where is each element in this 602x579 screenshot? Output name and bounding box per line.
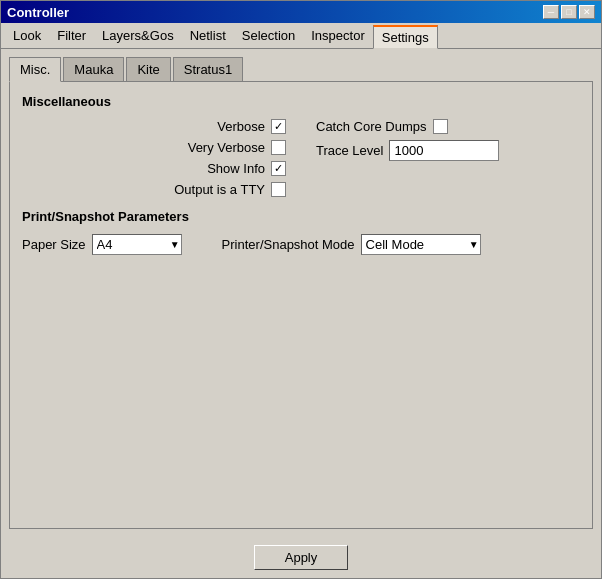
tab-bar: Misc.MaukaKiteStratus1	[9, 57, 593, 82]
menu-item-look[interactable]: Look	[5, 25, 49, 48]
paper-size-wrapper: A4A3LetterLegal ▼	[92, 234, 182, 255]
catch-core-label: Catch Core Dumps	[316, 119, 427, 134]
verbose-checkbox[interactable]	[271, 119, 286, 134]
minimize-button[interactable]: ─	[543, 5, 559, 19]
tab-mauka[interactable]: Mauka	[63, 57, 124, 81]
trace-level-row: Trace Level	[316, 140, 580, 161]
print-section: Paper Size A4A3LetterLegal ▼ Printer/Sna…	[22, 234, 580, 255]
tab-misc[interactable]: Misc.	[9, 57, 61, 82]
menu-item-selection[interactable]: Selection	[234, 25, 303, 48]
verbose-label: Verbose	[217, 119, 265, 134]
apply-button[interactable]: Apply	[254, 545, 349, 570]
output-tty-label: Output is a TTY	[174, 182, 265, 197]
menu-item-layers-gos[interactable]: Layers&Gos	[94, 25, 182, 48]
menu-item-netlist[interactable]: Netlist	[182, 25, 234, 48]
show-info-label: Show Info	[207, 161, 265, 176]
very-verbose-row: Very Verbose	[22, 140, 286, 155]
title-bar: Controller ─ □ ✕	[1, 1, 601, 23]
menu-item-inspector[interactable]: Inspector	[303, 25, 372, 48]
very-verbose-checkbox[interactable]	[271, 140, 286, 155]
printer-mode-wrapper: Cell ModePage ModeFull Mode ▼	[361, 234, 481, 255]
show-info-checkbox[interactable]	[271, 161, 286, 176]
bottom-bar: Apply	[1, 537, 601, 578]
close-button[interactable]: ✕	[579, 5, 595, 19]
very-verbose-label: Very Verbose	[188, 140, 265, 155]
show-info-row: Show Info	[22, 161, 286, 176]
menu-bar: LookFilterLayers&GosNetlistSelectionInsp…	[1, 23, 601, 49]
tab-stratus1[interactable]: Stratus1	[173, 57, 243, 81]
menu-item-settings[interactable]: Settings	[373, 25, 438, 49]
menu-item-filter[interactable]: Filter	[49, 25, 94, 48]
print-section-title: Print/Snapshot Parameters	[22, 209, 580, 224]
main-window: Controller ─ □ ✕ LookFilterLayers&GosNet…	[0, 0, 602, 579]
paper-size-field: Paper Size A4A3LetterLegal ▼	[22, 234, 182, 255]
output-tty-row: Output is a TTY	[22, 182, 286, 197]
catch-core-checkbox[interactable]	[433, 119, 448, 134]
printer-mode-label: Printer/Snapshot Mode	[222, 237, 355, 252]
trace-level-label: Trace Level	[316, 143, 383, 158]
printer-mode-field: Printer/Snapshot Mode Cell ModePage Mode…	[222, 234, 481, 255]
output-tty-checkbox[interactable]	[271, 182, 286, 197]
content-area: Misc.MaukaKiteStratus1 Miscellaneous Ver…	[1, 49, 601, 537]
catch-core-row: Catch Core Dumps	[316, 119, 580, 134]
tab-kite[interactable]: Kite	[126, 57, 170, 81]
settings-panel: Miscellaneous Verbose Very Verbose Show …	[9, 82, 593, 529]
window-controls: ─ □ ✕	[543, 5, 595, 19]
verbose-row: Verbose	[22, 119, 286, 134]
window-title: Controller	[7, 5, 69, 20]
paper-size-select[interactable]: A4A3LetterLegal	[92, 234, 182, 255]
printer-mode-select[interactable]: Cell ModePage ModeFull Mode	[361, 234, 481, 255]
section-title: Miscellaneous	[22, 94, 580, 109]
paper-size-label: Paper Size	[22, 237, 86, 252]
maximize-button[interactable]: □	[561, 5, 577, 19]
trace-level-input[interactable]	[389, 140, 499, 161]
